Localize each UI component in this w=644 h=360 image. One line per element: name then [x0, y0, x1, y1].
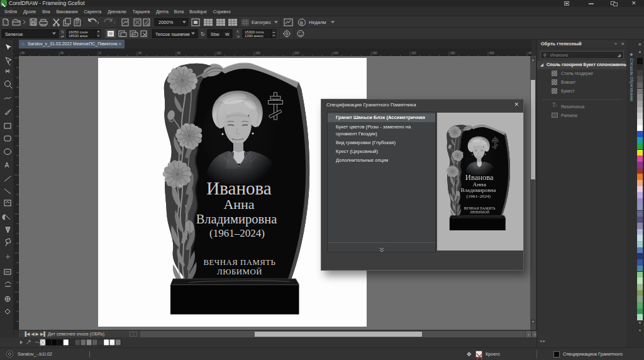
svg-text:160: 160 [255, 52, 260, 55]
svg-text:400: 400 [489, 52, 494, 55]
svg-text:15300 mms: 15300 mms [245, 30, 264, 34]
svg-text:0: 0 [99, 52, 101, 55]
svg-text:40: 40 [60, 52, 64, 55]
svg-text:2000%: 2000% [158, 20, 174, 25]
svg-text:⇄: ⇄ [61, 35, 64, 38]
svg-text:120: 120 [216, 52, 221, 55]
svg-text:40: 40 [138, 52, 142, 55]
svg-text:360: 360 [450, 52, 455, 55]
svg-text:B: B [300, 21, 303, 25]
svg-text:320: 320 [411, 52, 416, 55]
svg-text:Недалм: Недалм [309, 20, 326, 25]
svg-text:Sепегое: Sепегое [5, 31, 23, 37]
svg-text:280: 280 [372, 52, 377, 55]
svg-text:₩: ₩ [225, 32, 230, 37]
svg-text:80: 80 [21, 52, 25, 55]
svg-text:Еагогрес: Еагогрес [252, 20, 271, 25]
svg-text:⇱: ⇱ [236, 30, 240, 34]
svg-text:A: A [5, 162, 9, 169]
svg-text:16050 соон: 16050 соон [69, 30, 87, 34]
svg-text:18530 апое: 18530 апое [69, 34, 88, 38]
svg-text:↻: ↻ [201, 31, 205, 37]
svg-text:⇅: ⇅ [61, 30, 64, 34]
svg-text:440: 440 [528, 52, 531, 55]
svg-text:200: 200 [294, 52, 299, 55]
svg-text:Sbw: Sbw [211, 32, 220, 37]
svg-text:Тепсое пшевпие: Тепсое пшевпие [155, 31, 190, 37]
svg-text:240: 240 [333, 52, 338, 55]
svg-text:⇲: ⇲ [236, 35, 240, 38]
svg-text:1390 анесс: 1390 анесс [245, 34, 264, 38]
svg-text:80: 80 [177, 52, 181, 55]
